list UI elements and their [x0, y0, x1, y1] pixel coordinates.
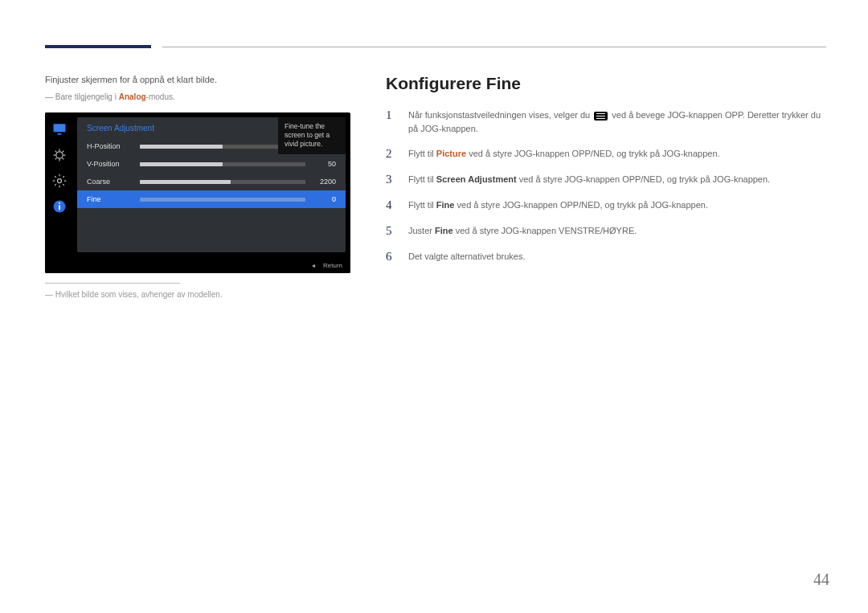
osd-row-label: H-Position — [87, 142, 140, 150]
horizontal-rule — [162, 47, 826, 47]
osd-row-label: V-Position — [87, 160, 140, 168]
svg-point-2 — [56, 152, 63, 158]
step-text: Det valgte alternativet brukes. — [408, 249, 526, 264]
step-number: 1 — [386, 108, 397, 122]
availability-note: ― Bare tilgjengelig i Analog-modus. — [45, 92, 350, 101]
osd-footer: ◂ Return — [45, 257, 350, 273]
osd-screenshot: Screen Adjustment H-Position50V-Position… — [45, 112, 350, 273]
svg-rect-1 — [58, 133, 62, 135]
osd-row-bar — [140, 162, 305, 166]
osd-row-label: Coarse — [87, 178, 140, 186]
right-column: Konfigurere Fine 1Når funksjonstastveile… — [386, 74, 826, 299]
note-prefix: ― Bare tilgjengelig i — [45, 92, 119, 101]
picture-icon — [49, 145, 70, 166]
bold-term: Fine — [435, 226, 453, 235]
intro-text: Finjuster skjermen for å oppnå et klart … — [45, 74, 350, 86]
step: 3Flytt til Screen Adjustment ved å styre… — [386, 172, 826, 186]
osd-row: Coarse2200 — [77, 173, 346, 190]
osd-tooltip: Fine-tune the screen to get a vivid pict… — [278, 117, 346, 153]
step-text: Når funksjonstastveiledningen vises, vel… — [408, 108, 826, 135]
step: 6Det valgte alternativet brukes. — [386, 249, 826, 264]
gear-icon — [49, 170, 70, 191]
note-mode: Analog — [119, 92, 146, 101]
osd-row-value: 50 — [313, 160, 336, 168]
osd-row-value: 2200 — [313, 178, 336, 186]
note-suffix: -modus. — [146, 92, 175, 101]
step-text: Flytt til Screen Adjustment ved å styre … — [408, 172, 770, 186]
bold-term: Screen Adjustment — [436, 174, 517, 184]
osd-row: V-Position50 — [77, 155, 346, 173]
section-heading: Konfigurere Fine — [386, 74, 826, 93]
step: 1Når funksjonstastveiledningen vises, ve… — [386, 108, 826, 135]
step: 4Flytt til Fine ved å styre JOG-knappen … — [386, 198, 826, 212]
step: 2Flytt til Picture ved å styre JOG-knapp… — [386, 146, 826, 161]
page: Finjuster skjermen for å oppnå et klart … — [0, 0, 868, 331]
step-text: Juster Fine ved å styre JOG-knappen VENS… — [408, 223, 637, 238]
emphasis: Picture — [436, 149, 466, 158]
step-number: 2 — [386, 146, 397, 161]
accent-bar — [45, 45, 151, 48]
osd-sidebar — [45, 112, 74, 273]
step-text: Flytt til Fine ved å styre JOG-knappen O… — [408, 198, 708, 212]
osd-row-label: Fine — [87, 195, 140, 203]
step-number: 3 — [386, 172, 397, 186]
osd-row-bar — [140, 180, 305, 184]
menu-icon — [594, 112, 608, 121]
step-text: Flytt til Picture ved å styre JOG-knappe… — [408, 146, 720, 161]
info-icon — [49, 196, 70, 217]
svg-point-3 — [58, 179, 62, 183]
monitor-icon — [49, 119, 70, 140]
osd-row-bar — [140, 198, 305, 202]
osd-row-value: 0 — [313, 195, 336, 203]
osd-row: Fine0 — [77, 190, 346, 208]
left-column: Finjuster skjermen for å oppnå et klart … — [45, 74, 350, 299]
svg-rect-5 — [59, 206, 60, 210]
top-rule — [45, 45, 826, 48]
model-note: ― Hvilket bilde som vises, avhenger av m… — [45, 290, 350, 299]
svg-rect-0 — [54, 125, 66, 133]
steps-list: 1Når funksjonstastveiledningen vises, ve… — [386, 108, 826, 264]
step-number: 5 — [386, 223, 397, 238]
svg-rect-6 — [59, 202, 60, 204]
back-arrow-icon: ◂ — [312, 262, 315, 269]
return-label: Return — [323, 262, 342, 269]
bold-term: Fine — [436, 200, 455, 210]
divider — [45, 283, 180, 284]
step: 5Juster Fine ved å styre JOG-knappen VEN… — [386, 223, 826, 238]
step-number: 4 — [386, 198, 397, 212]
page-number: 44 — [813, 570, 829, 589]
step-number: 6 — [386, 249, 397, 264]
